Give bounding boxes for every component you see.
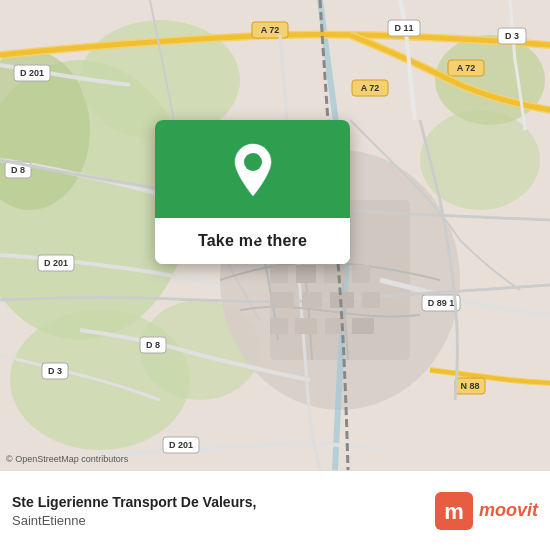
moovit-icon: m bbox=[435, 492, 473, 530]
map-container[interactable]: A 72 A 72 A 72 D 11 D 3 D 201 D 8 D 201 … bbox=[0, 0, 550, 470]
popup-card: Take me there bbox=[155, 120, 350, 264]
svg-text:N 88: N 88 bbox=[460, 381, 479, 391]
svg-text:D 8: D 8 bbox=[146, 340, 160, 350]
svg-text:D 201: D 201 bbox=[20, 68, 44, 78]
svg-text:D 201: D 201 bbox=[169, 440, 193, 450]
svg-rect-44 bbox=[302, 292, 322, 308]
svg-text:A 72: A 72 bbox=[361, 83, 380, 93]
svg-text:D 3: D 3 bbox=[48, 366, 62, 376]
svg-text:© OpenStreetMap contributors: © OpenStreetMap contributors bbox=[6, 454, 129, 464]
svg-text:D 201: D 201 bbox=[44, 258, 68, 268]
moovit-logo: m moovit bbox=[435, 492, 538, 530]
svg-text:A 72: A 72 bbox=[457, 63, 476, 73]
svg-rect-43 bbox=[270, 292, 294, 308]
svg-rect-41 bbox=[324, 265, 346, 283]
location-info: Ste Ligerienne Transport De Valeurs, Sai… bbox=[12, 494, 425, 528]
svg-rect-42 bbox=[352, 265, 370, 283]
moovit-text: moovit bbox=[479, 500, 538, 521]
location-city: SaintEtienne bbox=[12, 513, 425, 528]
svg-point-52 bbox=[244, 153, 262, 171]
popup-icon-area bbox=[155, 120, 350, 218]
svg-text:A 72: A 72 bbox=[261, 25, 280, 35]
svg-rect-48 bbox=[295, 318, 317, 334]
popup-arrow bbox=[242, 228, 266, 242]
svg-rect-39 bbox=[270, 265, 288, 283]
location-pin-icon bbox=[229, 142, 277, 200]
location-name: Ste Ligerienne Transport De Valeurs, bbox=[12, 494, 425, 510]
bottom-bar: Ste Ligerienne Transport De Valeurs, Sai… bbox=[0, 470, 550, 550]
svg-text:D 3: D 3 bbox=[505, 31, 519, 41]
svg-text:D 11: D 11 bbox=[394, 23, 413, 33]
svg-rect-47 bbox=[270, 318, 288, 334]
svg-text:D 89 1: D 89 1 bbox=[428, 298, 455, 308]
svg-text:D 8: D 8 bbox=[11, 165, 25, 175]
svg-rect-46 bbox=[362, 292, 380, 308]
svg-rect-50 bbox=[352, 318, 374, 334]
svg-text:m: m bbox=[444, 499, 464, 524]
svg-rect-40 bbox=[296, 265, 316, 283]
